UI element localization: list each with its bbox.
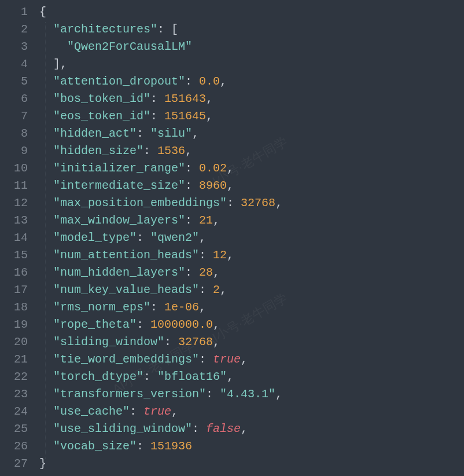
line-number: 4 (0, 56, 28, 73)
code-line: "num_attention_heads": 12, (39, 247, 464, 264)
code-line: "tie_word_embeddings": true, (39, 351, 464, 368)
code-line: "Qwen2ForCausalLM" (39, 38, 464, 56)
code-line: "transformers_version": "4.43.1", (39, 386, 464, 403)
line-number: 27 (0, 455, 28, 473)
line-number: 16 (0, 264, 28, 281)
line-number: 26 (0, 438, 28, 455)
line-number: 8 (0, 125, 28, 142)
code-line: "max_window_layers": 21, (39, 212, 464, 229)
line-number: 1 (0, 3, 28, 21)
code-line: "use_cache": true, (39, 403, 464, 420)
line-number: 5 (0, 73, 28, 90)
line-number: 24 (0, 403, 28, 420)
line-number: 20 (0, 334, 28, 351)
line-number: 12 (0, 195, 28, 212)
code-line: "model_type": "qwen2", (39, 229, 464, 247)
code-line: "rms_norm_eps": 1e-06, (39, 299, 464, 316)
code-line: "num_key_value_heads": 2, (39, 281, 464, 299)
code-line: "hidden_act": "silu", (39, 125, 464, 142)
code-line: "use_sliding_window": false, (39, 420, 464, 438)
code-line: "max_position_embeddings": 32768, (39, 195, 464, 212)
indent-guide (45, 22, 46, 459)
code-line: "eos_token_id": 151645, (39, 108, 464, 125)
code-area: AI小号·老牛同学 AI小号·老牛同学 AI小号·老牛同学 { "archite… (32, 0, 464, 476)
code-line: ], (39, 56, 464, 73)
line-number: 22 (0, 368, 28, 386)
code-line: "rope_theta": 1000000.0, (39, 316, 464, 334)
code-line: { (39, 3, 464, 21)
line-number: 2 (0, 21, 28, 38)
code-line: "intermediate_size": 8960, (39, 177, 464, 195)
code-line: "vocab_size": 151936 (39, 438, 464, 455)
code-line: "bos_token_id": 151643, (39, 90, 464, 108)
code-line: "hidden_size": 1536, (39, 142, 464, 160)
line-number: 6 (0, 90, 28, 108)
line-number: 25 (0, 420, 28, 438)
line-number: 21 (0, 351, 28, 368)
code-line: "sliding_window": 32768, (39, 334, 464, 351)
line-number: 7 (0, 108, 28, 125)
line-number: 10 (0, 160, 28, 177)
line-number: 23 (0, 386, 28, 403)
code-line: "architectures": [ (39, 21, 464, 38)
code-line: "initializer_range": 0.02, (39, 160, 464, 177)
line-number: 13 (0, 212, 28, 229)
line-number: 14 (0, 229, 28, 247)
line-number: 3 (0, 38, 28, 56)
line-number: 11 (0, 177, 28, 195)
code-line: "num_hidden_layers": 28, (39, 264, 464, 281)
code-line: } (39, 455, 464, 473)
line-number: 18 (0, 299, 28, 316)
line-number: 15 (0, 247, 28, 264)
line-number: 9 (0, 142, 28, 160)
code-line: "torch_dtype": "bfloat16", (39, 368, 464, 386)
line-number: 19 (0, 316, 28, 334)
code-editor: 1234567891011121314151617181920212223242… (0, 0, 464, 476)
code-line: "attention_dropout": 0.0, (39, 73, 464, 90)
line-number-gutter: 1234567891011121314151617181920212223242… (0, 0, 32, 476)
line-number: 17 (0, 281, 28, 299)
